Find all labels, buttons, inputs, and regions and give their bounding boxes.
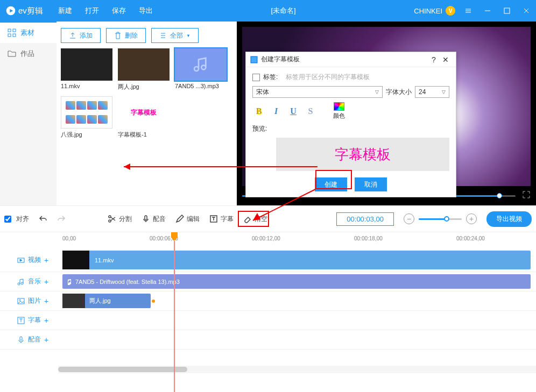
play-logo-icon [5,5,16,16]
fontsize-select[interactable]: 24 ▽ [415,86,449,98]
clip-thumb [62,294,85,308]
dialog-icon [250,56,258,63]
user-area[interactable]: CHINKEI V [414,6,459,16]
strike-button[interactable]: S [304,105,317,118]
edit-button[interactable]: 编辑 [175,215,200,224]
edit-label: 编辑 [187,215,200,224]
subtitle-button[interactable]: 字幕 [209,215,234,224]
ruler-tick: 00,00 [62,236,76,241]
menu-export[interactable]: 导出 [139,6,153,16]
menu-new[interactable]: 新建 [58,6,72,16]
music-thumb [175,48,227,81]
create-button[interactable]: 创建 [315,177,347,191]
nav-works[interactable]: 作品 [0,43,57,65]
italic-button[interactable]: I [270,105,283,118]
bold-button[interactable]: B [252,105,265,118]
asset-item[interactable]: 八强.jpg [61,96,112,139]
dialog-body: 标签: 标签用于区分不同的字幕模板 宋体 ▽ 字体大小 24 ▽ B I U S [246,67,456,197]
add-track-button[interactable]: + [44,256,48,265]
zoom-in-button[interactable]: + [466,213,477,224]
dialog-help-button[interactable]: ? [428,55,440,64]
asset-item[interactable]: 两人.jpg [118,48,170,91]
clip-name: 7AND5 - Driftwood (feat. Stella 13).mp3 [75,279,180,285]
cut-button[interactable]: 分割 [108,215,132,224]
track-label: 字幕 [28,316,41,325]
dub-label: 配音 [153,215,166,224]
track-label: 音乐 [28,277,41,286]
left-nav: 素材 作品 [0,22,57,205]
filter-all-button[interactable]: 全部 ▼ [151,28,199,43]
add-track-button[interactable]: + [44,336,48,344]
music-note-icon [66,279,72,285]
tag-placeholder: 标签用于区分不同的字幕模板 [286,73,370,82]
dialog-close-button[interactable]: ✕ [440,55,452,64]
svg-rect-18 [20,337,22,340]
delete-asset-button[interactable]: 删除 [106,28,146,43]
video-track: 视频 + 11.mkv [0,248,536,272]
font-select[interactable]: 宋体 ▽ [252,86,383,98]
scissors-icon [108,215,116,223]
maximize-button[interactable] [497,0,517,22]
nav-works-label: 作品 [20,49,34,59]
underline-button[interactable]: U [287,105,300,118]
redo-button[interactable] [57,215,66,223]
asset-name: 两人.jpg [118,83,170,91]
nav-assets[interactable]: 素材 [0,22,57,43]
add-track-button[interactable]: + [44,277,48,286]
asset-item[interactable]: 7AND5 ...3).mp3 [175,48,227,91]
undo-button[interactable] [39,215,47,223]
music-clip[interactable]: 7AND5 - Driftwood (feat. Stella 13).mp3 [62,274,531,289]
video-clip[interactable]: 11.mkv [62,251,531,269]
track-header: 配音 + [0,335,58,344]
menu-save[interactable]: 保存 [112,6,126,16]
close-button[interactable] [517,0,536,22]
fullscreen-icon [522,190,531,199]
tag-label: 标签: [263,73,283,82]
timeline-scrollbar[interactable] [58,366,536,373]
align-checkbox[interactable]: 对齐 [4,215,29,224]
color-picker[interactable]: 颜色 [333,102,345,120]
window-menu-button[interactable] [459,0,478,22]
chevron-down-icon: ▽ [442,89,446,95]
undo-icon [39,215,47,223]
template-thumb: 字幕模板 [118,96,170,129]
chevron-down-icon: ▼ [186,33,191,38]
dub-button[interactable]: 配音 [142,215,166,224]
clear-button[interactable]: 清空 [243,215,267,224]
main-menu: 新建 打开 保存 导出 [58,6,153,16]
image-clip[interactable]: 两人.jpg [62,294,151,308]
folder-icon [8,49,16,58]
eraser-icon [243,215,252,223]
add-track-button[interactable]: + [44,297,48,305]
current-time: 00:00:03,00 [336,212,394,226]
tag-checkbox[interactable] [252,74,260,81]
svg-rect-12 [145,216,147,220]
align-input[interactable] [4,216,11,223]
assets-panel: 添加 删除 全部 ▼ 11.mkv 两人.jpg [57,22,237,205]
upload-icon [69,32,76,39]
preview-label: 预览: [252,124,272,133]
playhead[interactable] [174,232,175,392]
export-video-button[interactable]: 导出视频 [486,211,532,227]
create-subtitle-dialog: 创建字幕模板 ? ✕ 标签: 标签用于区分不同的字幕模板 宋体 ▽ 字体大小 2… [245,52,456,197]
zoom-out-button[interactable]: − [404,213,414,224]
asset-name: 7AND5 ...3).mp3 [175,83,227,89]
svg-rect-5 [251,56,257,63]
app-logo: ev剪辑 [0,5,48,16]
menu-open[interactable]: 打开 [85,6,99,16]
zoom-slider[interactable] [419,218,462,220]
clip-handle[interactable] [152,300,155,303]
zoom-control: − + [404,213,477,224]
add-asset-button[interactable]: 添加 [61,28,101,43]
fullscreen-button[interactable] [522,190,531,201]
asset-item[interactable]: 11.mkv [61,48,112,91]
timeline-ruler[interactable]: 00,00 00:00:06,00 00:00:12,00 00:00:18,0… [58,232,536,248]
color-label: 颜色 [333,112,345,120]
cancel-button[interactable]: 取消 [355,177,387,191]
pencil-icon [175,215,184,223]
clip-name: 11.mkv [95,257,114,263]
user-avatar-icon: V [446,6,455,16]
add-track-button[interactable]: + [44,316,48,325]
asset-item[interactable]: 字幕模板 字幕模板-1 [118,96,170,139]
minimize-button[interactable] [478,0,497,22]
